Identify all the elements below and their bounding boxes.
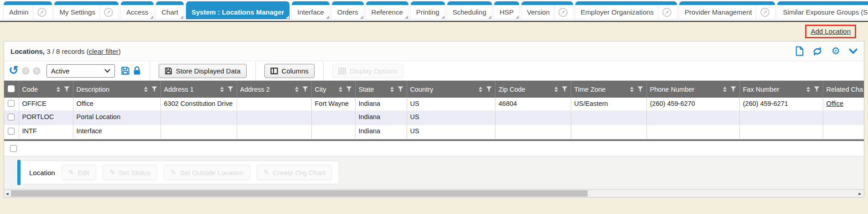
tab-orders[interactable]: Orders bbox=[332, 1, 364, 19]
scroll-left-arrow-icon[interactable]: ◂ bbox=[6, 190, 9, 197]
tab-system-locations-manager[interactable]: System : Locations Manager bbox=[186, 1, 289, 19]
sort-icon[interactable] bbox=[390, 87, 394, 92]
sort-icon[interactable] bbox=[723, 87, 727, 92]
cell-fax bbox=[739, 125, 823, 139]
column-header-country[interactable]: Country bbox=[407, 81, 495, 98]
row-checkbox[interactable] bbox=[8, 114, 15, 120]
cell-time-zone: US/Eastern bbox=[571, 98, 646, 111]
sort-icon[interactable] bbox=[339, 87, 342, 92]
filter-icon[interactable] bbox=[486, 86, 492, 92]
tab-cap bbox=[121, 1, 154, 5]
cell-address1: 6302 Constitution Drive bbox=[160, 98, 237, 111]
scrollbar-thumb[interactable] bbox=[11, 190, 588, 197]
tab-hsp[interactable]: HSP bbox=[494, 1, 519, 19]
store-displayed-data-button[interactable]: Store Displayed Data bbox=[159, 64, 247, 78]
column-header-city[interactable]: City bbox=[311, 81, 355, 98]
cell-zip-code: 46804 bbox=[495, 98, 571, 111]
cell-code: OFFICE bbox=[19, 98, 73, 111]
cell-time-zone bbox=[571, 125, 646, 139]
gear-icon[interactable]: ⚙ bbox=[831, 46, 840, 56]
table-row[interactable]: PORTLOC Portal Location Indiana US bbox=[4, 111, 864, 125]
filter-icon[interactable] bbox=[302, 86, 308, 92]
sort-icon[interactable] bbox=[295, 87, 299, 92]
tab-my-settings[interactable]: My Settings↗ bbox=[54, 1, 119, 19]
sort-icon[interactable] bbox=[479, 87, 482, 92]
tab-admin[interactable]: Admin↗ bbox=[4, 1, 52, 19]
column-header-fax-number[interactable]: Fax Number bbox=[739, 81, 823, 98]
columns-button[interactable]: Columns bbox=[264, 64, 315, 78]
select-all-bottom-checkbox[interactable] bbox=[10, 145, 17, 152]
tab-interface[interactable]: Interface bbox=[292, 1, 329, 19]
sort-icon[interactable] bbox=[630, 87, 634, 92]
column-header-time-zone[interactable]: Time Zone bbox=[571, 81, 646, 98]
records-suffix: ) bbox=[119, 47, 121, 55]
filter-icon[interactable] bbox=[227, 86, 233, 92]
next-page-icon[interactable]: › bbox=[33, 67, 41, 75]
tab-printing[interactable]: Printing bbox=[411, 1, 445, 19]
popout-icon[interactable]: ↗ bbox=[558, 8, 568, 17]
popout-icon[interactable]: ↗ bbox=[662, 8, 672, 17]
column-header-zip-code[interactable]: Zip Code bbox=[495, 81, 571, 98]
column-header-code[interactable]: Code bbox=[19, 81, 73, 98]
filter-icon[interactable] bbox=[151, 86, 157, 92]
column-header-address2[interactable]: Address 2 bbox=[237, 81, 311, 98]
table-row[interactable]: INTF Interface Indiana US bbox=[4, 125, 864, 139]
filter-icon[interactable] bbox=[730, 86, 736, 92]
sort-icon[interactable] bbox=[220, 87, 224, 92]
column-label: State bbox=[359, 86, 374, 93]
sort-icon[interactable] bbox=[554, 87, 558, 92]
chevron-down-icon[interactable] bbox=[849, 48, 858, 54]
status-filter-select[interactable]: Active bbox=[46, 64, 115, 78]
lock-icon[interactable] bbox=[133, 66, 141, 75]
scroll-right-arrow-icon[interactable]: ▸ bbox=[858, 190, 861, 197]
filter-icon[interactable] bbox=[64, 86, 70, 92]
column-header-related-chart[interactable]: Related Cha bbox=[823, 81, 864, 98]
tab-similar-exposure-groups[interactable]: Similar Exposure Groups (SEGs)↗ bbox=[777, 1, 868, 19]
filter-icon[interactable] bbox=[562, 86, 568, 92]
cell-city bbox=[311, 125, 355, 139]
table-header-row: Code Description Address 1 Address 2 Cit… bbox=[4, 81, 864, 98]
clear-filter-link[interactable]: clear filter bbox=[89, 47, 119, 55]
select-all-checkbox[interactable] bbox=[8, 85, 15, 92]
undo-icon[interactable]: ↺ bbox=[9, 65, 19, 76]
popout-icon[interactable]: ↗ bbox=[37, 8, 46, 17]
row-checkbox[interactable] bbox=[8, 128, 15, 135]
tab-version[interactable]: Version↗ bbox=[522, 1, 573, 19]
tab-employer-organizations[interactable]: Employer Organizations↗ bbox=[575, 1, 677, 19]
sort-icon[interactable] bbox=[806, 87, 810, 92]
column-header-description[interactable]: Description bbox=[73, 81, 160, 98]
tab-scheduling[interactable]: Scheduling bbox=[447, 1, 492, 19]
related-chart-link[interactable]: Office bbox=[827, 100, 844, 107]
tab-chart[interactable]: Chart bbox=[156, 1, 184, 19]
tab-reference[interactable]: Reference bbox=[366, 1, 408, 19]
tab-label: Reference bbox=[372, 8, 403, 16]
sort-icon[interactable] bbox=[57, 87, 60, 92]
table-row[interactable]: OFFICE Office 6302 Constitution Drive Fo… bbox=[4, 98, 864, 111]
new-document-icon[interactable] bbox=[796, 46, 804, 56]
row-checkbox[interactable] bbox=[8, 100, 15, 107]
tab-provider-management[interactable]: Provider Management↗ bbox=[679, 1, 775, 19]
column-header-state[interactable]: State bbox=[355, 81, 407, 98]
filter-icon[interactable] bbox=[637, 86, 643, 92]
previous-page-icon[interactable]: ‹ bbox=[22, 67, 30, 75]
popout-icon[interactable]: ↗ bbox=[760, 8, 770, 17]
dropdown-notch-icon bbox=[488, 16, 491, 19]
refresh-icon[interactable] bbox=[812, 47, 822, 56]
column-header-phone-number[interactable]: Phone Number bbox=[646, 81, 739, 98]
add-location-link[interactable]: Add Location bbox=[811, 27, 851, 35]
cell-code: PORTLOC bbox=[19, 111, 73, 125]
popout-icon[interactable]: ↗ bbox=[104, 8, 113, 17]
set-outside-location-label: Set Outside Location bbox=[180, 169, 243, 177]
filter-icon[interactable] bbox=[398, 86, 403, 92]
sort-icon[interactable] bbox=[144, 87, 148, 92]
filter-icon[interactable] bbox=[346, 86, 352, 92]
save-view-icon[interactable] bbox=[121, 66, 130, 75]
set-status-button: ✎Set Status bbox=[103, 165, 157, 180]
select-caret-icon bbox=[104, 69, 110, 73]
column-header-address1[interactable]: Address 1 bbox=[160, 81, 237, 98]
column-label: City bbox=[315, 86, 326, 93]
toolbar-divider bbox=[323, 62, 324, 80]
tab-access[interactable]: Access bbox=[121, 1, 154, 19]
cell-address1 bbox=[160, 111, 237, 125]
filter-icon[interactable] bbox=[814, 86, 820, 92]
